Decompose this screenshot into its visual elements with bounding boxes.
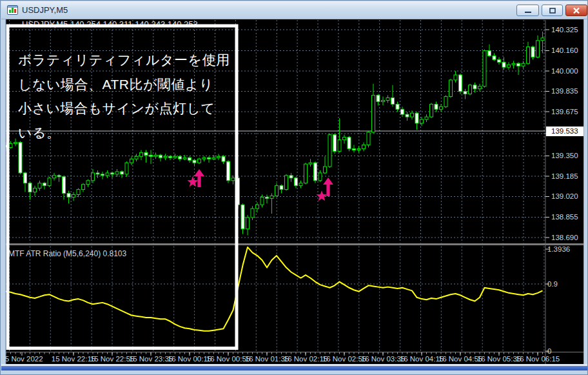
buy-signal-marker (316, 177, 333, 201)
annotation-line: 小さい場合もサインが点灯して (18, 96, 230, 121)
annotation-text: ボラティリティフィルターを使用 しない場合、ATR比が閾値より 小さい場合もサイ… (18, 48, 230, 145)
annotation-line: しない場合、ATR比が閾値より (18, 72, 230, 97)
price-axis-label: 139.185 (551, 172, 587, 181)
annotation-line: いる。 (18, 121, 230, 145)
price-axis-label: 139.835 (551, 87, 587, 96)
buy-signal-marker (187, 169, 204, 187)
price-axis-label: 139.350 (551, 152, 587, 160)
time-axis-label: 16 Nov 06:15 (510, 355, 565, 363)
window-frame-bottom (1, 364, 588, 375)
indicator-name-label: MTF ATR Ratio (M5,6,240) 0.8103 (8, 249, 127, 258)
chart-window: USDJPY,M5 USDJPY,M5 140.254 140.311 140.… (0, 0, 588, 375)
annotation-line: ボラティリティフィルターを使用 (18, 48, 230, 72)
price-axis-label: 139.020 (551, 192, 587, 201)
price-axis-label: 140.000 (551, 67, 587, 76)
current-price-label: 139.533 (546, 127, 583, 136)
price-axis-label: 138.855 (551, 213, 587, 221)
price-axis-label: 140.160 (551, 46, 587, 55)
price-axis-label: 140.325 (551, 26, 587, 34)
price-axis-label: 139.675 (551, 108, 587, 116)
indicator-axis-label: 0.9 (547, 280, 583, 289)
indicator-axis-label: 1.3936 (547, 245, 583, 254)
price-axis-label: 138.690 (551, 234, 587, 242)
indicator-axis-label: 0 (547, 347, 583, 356)
time-axis-label: 15 Nov 2022 (0, 355, 50, 363)
